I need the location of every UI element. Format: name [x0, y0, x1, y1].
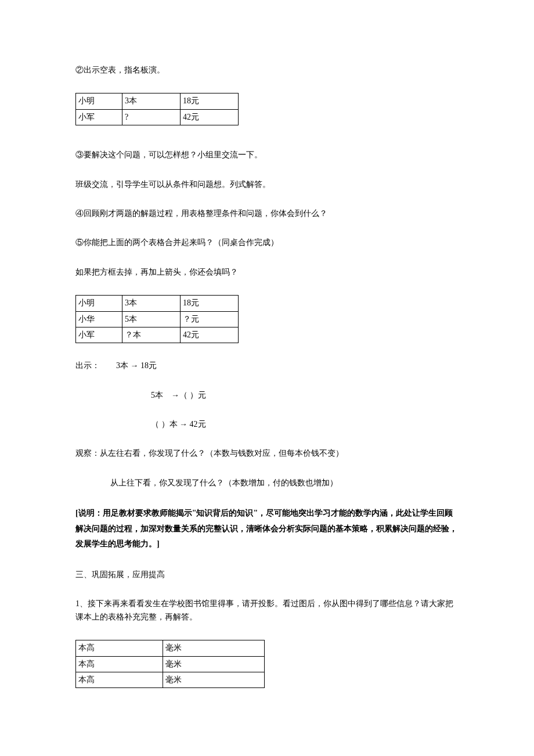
cell-name: 小军	[76, 109, 122, 125]
paragraph-step-4: ④回顾刚才两题的解题过程，用表格整理条件和问题，你体会到什么？	[75, 207, 459, 220]
cell-qty: ？本	[122, 327, 181, 343]
cell-name: 小明	[76, 93, 122, 109]
cell-height-label: 本高	[76, 640, 163, 656]
paragraph-explanation: [说明：用足教材要求教师能揭示"知识背后的知识"，尽可能地突出学习才能的数学内涵…	[75, 506, 459, 552]
table-1: 小明 3本 18元 小军 ? 42元	[75, 93, 239, 125]
paragraph-observe-lr: 观察：从左往右看，你发现了什么？（本数与钱数对应，但每本价钱不变）	[75, 447, 459, 460]
table-2: 小明 3本 18元 小华 5本 ？元 小军 ？本 42元	[75, 295, 239, 343]
paragraph-show-arrow-1: 出示： 3本 → 18元	[75, 359, 459, 372]
paragraph-step-3: ③要解决这个问题，可以怎样想？小组里交流一下。	[75, 149, 459, 161]
cell-unit: 毫米	[163, 640, 265, 656]
cell-price: ？元	[181, 311, 239, 327]
cell-height-label: 本高	[76, 656, 163, 672]
table-row: 本高 毫米	[76, 640, 265, 656]
paragraph-observe-tb: 从上往下看，你又发现了什么？（本数增加，付的钱数也增加）	[110, 477, 459, 489]
cell-qty: ?	[122, 109, 181, 125]
section-heading-3: 三、巩固拓展，应用提高	[75, 568, 459, 581]
table-row: 小军 ? 42元	[76, 109, 239, 125]
cell-qty: 5本	[122, 311, 181, 327]
cell-name: 小明	[76, 296, 122, 311]
cell-qty: 3本	[122, 296, 181, 311]
table-row: 小明 3本 18元	[76, 296, 239, 311]
table-row: 小军 ？本 42元	[76, 327, 239, 343]
cell-price: 18元	[181, 93, 239, 109]
table-3: 本高 毫米 本高 毫米 本高 毫米	[75, 640, 265, 688]
cell-unit: 毫米	[163, 656, 265, 672]
table-row: 本高 毫米	[76, 656, 265, 672]
paragraph-show-arrow-3: （ ）本 → 42元	[151, 418, 459, 431]
cell-price: 42元	[181, 109, 239, 125]
table-row: 小华 5本 ？元	[76, 311, 239, 327]
cell-height-label: 本高	[76, 672, 163, 687]
cell-price: 18元	[181, 296, 239, 311]
paragraph-exercise-1: 1、接下来再来看看发生在学校图书馆里得事，请开投影。看过图后，你从图中得到了哪些…	[75, 597, 459, 624]
table-row: 本高 毫米	[76, 672, 265, 687]
paragraph-class-discuss: 班级交流，引导学生可以从条件和问题想。列式解答。	[75, 178, 459, 191]
cell-price: 42元	[181, 327, 239, 343]
paragraph-remove-frame: 如果把方框去掉，再加上箭头，你还会填吗？	[75, 266, 459, 279]
cell-qty: 3本	[122, 93, 181, 109]
cell-unit: 毫米	[163, 672, 265, 687]
paragraph-step-2: ②出示空表，指名板演。	[75, 64, 459, 77]
paragraph-show-arrow-2: 5本 →（ ）元	[151, 389, 459, 402]
cell-name: 小军	[76, 327, 122, 343]
cell-name: 小华	[76, 311, 122, 327]
paragraph-step-5: ⑤你能把上面的两个表格合并起来吗？（同桌合作完成）	[75, 236, 459, 249]
table-row: 小明 3本 18元	[76, 93, 239, 109]
